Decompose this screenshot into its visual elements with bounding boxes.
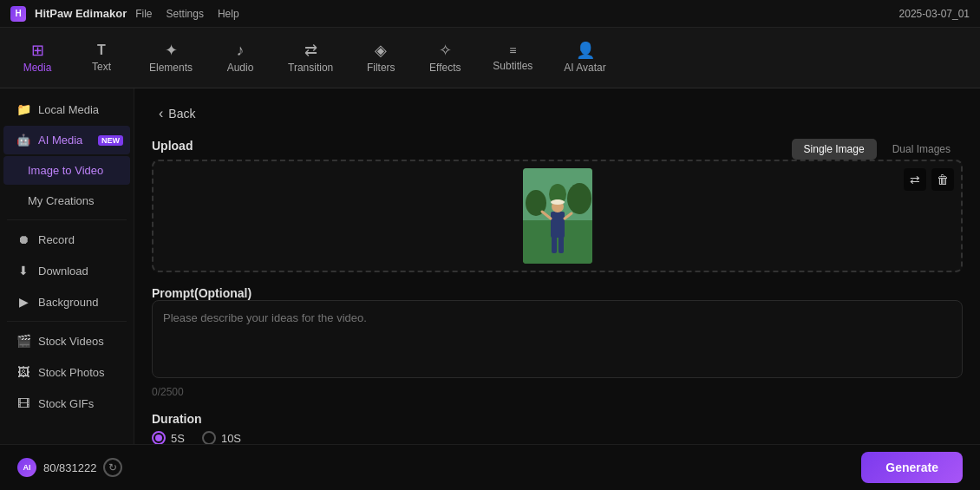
svg-rect-11 — [552, 236, 557, 253]
image-preview — [523, 168, 592, 264]
stock-videos-icon: 🎬 — [16, 334, 31, 348]
duration-section: Duration 5S 10S — [152, 412, 963, 444]
dual-images-button[interactable]: Dual Images — [880, 139, 963, 160]
ai-credits-badge: AI — [17, 458, 36, 477]
back-chevron-icon: ‹ — [159, 106, 163, 121]
new-badge: NEW — [98, 135, 123, 146]
toolbar-item-effects[interactable]: ✧ Effects — [415, 33, 475, 83]
toolbar-item-filters[interactable]: ◈ Filters — [350, 33, 411, 83]
svg-rect-5 — [551, 212, 565, 238]
sidebar-item-download[interactable]: ⬇ Download — [3, 256, 130, 285]
sidebar-item-image-to-video[interactable]: Image to Video — [3, 156, 130, 185]
svg-rect-12 — [559, 236, 564, 253]
sidebar-label-record: Record — [38, 233, 75, 246]
background-icon: ▶ — [16, 295, 31, 309]
local-media-icon: 📁 — [16, 102, 31, 116]
ai-media-icon: 🤖 — [16, 134, 31, 147]
sidebar-item-stock-gifs[interactable]: 🎞 Stock GIFs — [3, 389, 130, 418]
radio-5s-circle — [152, 431, 166, 444]
replace-image-button[interactable]: ⇄ — [904, 168, 926, 191]
sidebar-label-image-to-video: Image to Video — [28, 164, 103, 177]
sidebar-label-ai-media: AI Media — [38, 134, 82, 147]
duration-10s-option[interactable]: 10S — [202, 431, 241, 444]
back-label: Back — [168, 107, 195, 121]
toolbar-label-transition: Transition — [288, 62, 333, 74]
generate-button[interactable]: Generate — [861, 452, 963, 483]
svg-rect-8 — [555, 199, 560, 204]
titlebar: H HitPaw Edimakor File Settings Help 202… — [0, 0, 980, 28]
sidebar-label-download: Download — [38, 265, 88, 278]
toolbar-label-text: Text — [92, 61, 111, 73]
elements-icon: ✦ — [165, 42, 178, 58]
stock-gifs-icon: 🎞 — [16, 396, 31, 410]
text-icon: T — [97, 43, 106, 57]
delete-image-button[interactable]: 🗑 — [931, 168, 954, 191]
toolbar-item-elements[interactable]: ✦ Elements — [135, 33, 206, 83]
toolbar-item-ai-avatar[interactable]: 👤 AI Avatar — [550, 33, 619, 83]
prompt-label: Prompt(Optional) — [152, 286, 252, 300]
toolbar-item-text[interactable]: T Text — [71, 33, 132, 83]
upload-section: Upload Single Image Dual Images — [152, 139, 963, 272]
sidebar-item-local-media[interactable]: 📁 Local Media — [3, 95, 130, 124]
upload-area-actions: ⇄ 🗑 — [904, 168, 954, 191]
toolbar-label-elements: Elements — [149, 62, 193, 74]
download-icon: ⬇ — [16, 264, 31, 278]
prompt-section: Prompt(Optional) 0/2500 — [152, 286, 963, 398]
app-logo: H — [10, 6, 26, 22]
credits-info: AI 80/831222 ↻ — [17, 458, 122, 477]
sidebar-label-my-creations: My Creations — [28, 194, 95, 207]
ai-avatar-icon: 👤 — [576, 42, 595, 58]
app-name: HitPaw Edimakor — [35, 7, 127, 20]
content-panel: ‹ Back Upload Single Image Dual Images — [134, 88, 980, 444]
sidebar-item-stock-photos[interactable]: 🖼 Stock Photos — [3, 357, 130, 387]
media-icon: ⊞ — [31, 42, 44, 58]
duration-10s-label: 10S — [221, 432, 241, 445]
toolbar-item-audio[interactable]: ♪ Audio — [210, 33, 271, 83]
subtitles-icon: ≡ — [509, 44, 516, 56]
audio-icon: ♪ — [237, 42, 245, 58]
toolbar-label-media: Media — [23, 62, 52, 74]
radio-5s-inner — [155, 434, 162, 441]
toolbar-label-audio: Audio — [227, 62, 254, 74]
footer-bar: AI 80/831222 ↻ Generate — [0, 444, 980, 490]
sidebar-divider — [7, 219, 127, 220]
menu-settings[interactable]: Settings — [167, 8, 204, 20]
duration-5s-option[interactable]: 5S — [152, 431, 185, 444]
sidebar-label-stock-photos: Stock Photos — [38, 366, 105, 379]
svg-point-3 — [567, 183, 591, 214]
record-icon: ⏺ — [16, 232, 31, 246]
menu-file[interactable]: File — [135, 8, 152, 20]
filters-icon: ◈ — [375, 42, 387, 58]
upload-controls: Upload Single Image Dual Images — [152, 139, 963, 160]
main-area: 📁 Local Media 🤖 AI Media NEW Image to Vi… — [0, 88, 980, 444]
duration-options: 5S 10S — [152, 431, 963, 444]
sidebar-item-record[interactable]: ⏺ Record — [3, 225, 130, 254]
toolbar-item-transition[interactable]: ⇄ Transition — [274, 33, 347, 83]
sidebar-divider-2 — [7, 321, 127, 322]
radio-10s-circle — [202, 431, 216, 444]
sidebar-item-my-creations[interactable]: My Creations — [3, 186, 130, 215]
toolbar-label-subtitles: Subtitles — [493, 60, 532, 72]
effects-icon: ✧ — [439, 42, 452, 58]
duration-label: Duration — [152, 412, 202, 426]
titlebar-left: H HitPaw Edimakor File Settings Help — [10, 6, 239, 22]
sidebar: 📁 Local Media 🤖 AI Media NEW Image to Vi… — [0, 88, 134, 444]
sidebar-item-ai-media[interactable]: 🤖 AI Media NEW — [3, 126, 130, 154]
sidebar-item-background[interactable]: ▶ Background — [3, 287, 130, 317]
toolbar: ⊞ Media T Text ✦ Elements ♪ Audio ⇄ Tran… — [0, 28, 980, 88]
sidebar-item-stock-videos[interactable]: 🎬 Stock Videos — [3, 326, 130, 356]
transition-icon: ⇄ — [304, 42, 317, 58]
upload-dropzone[interactable]: ⇄ 🗑 — [152, 160, 963, 272]
duration-5s-label: 5S — [171, 432, 185, 445]
toolbar-item-media[interactable]: ⊞ Media — [7, 33, 68, 83]
single-image-button[interactable]: Single Image — [792, 139, 877, 160]
refresh-credits-button[interactable]: ↻ — [103, 458, 122, 477]
toolbar-label-ai-avatar: AI Avatar — [564, 62, 605, 74]
toolbar-item-subtitles[interactable]: ≡ Subtitles — [479, 33, 546, 83]
prompt-container: 0/2500 — [152, 300, 963, 398]
sidebar-label-stock-videos: Stock Videos — [38, 335, 104, 348]
prompt-textarea[interactable] — [152, 300, 963, 378]
titlebar-menu: File Settings Help — [135, 8, 238, 20]
menu-help[interactable]: Help — [218, 8, 239, 20]
back-button[interactable]: ‹ Back — [152, 102, 202, 125]
